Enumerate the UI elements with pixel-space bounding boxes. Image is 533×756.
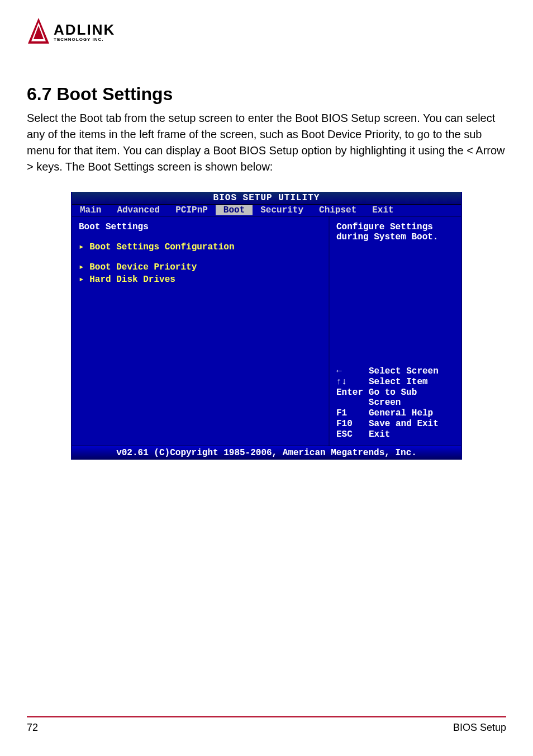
key-help: ←Select Screen ↑↓Select Item EnterGo to …: [336, 366, 454, 440]
key-f10: F10: [336, 419, 369, 429]
bios-left-panel: Boot Settings Boot Settings Configuratio…: [72, 216, 330, 446]
submenu-boot-device-priority[interactable]: Boot Device Priority: [79, 261, 322, 272]
tab-advanced[interactable]: Advanced: [109, 205, 168, 215]
tab-exit[interactable]: Exit: [364, 205, 401, 215]
key-left-arrow: ←: [336, 366, 369, 376]
submenu-hard-disk-drives[interactable]: Hard Disk Drives: [79, 273, 322, 285]
logo-subtitle: TECHNOLOGY INC.: [54, 37, 115, 42]
bios-footer: v02.61 (C)Copyright 1985-2006, American …: [72, 446, 461, 460]
page-number: 72: [27, 722, 38, 734]
help-text: Configure Settings during System Boot.: [336, 222, 454, 242]
tab-main[interactable]: Main: [72, 205, 109, 215]
logo-name: ADLINK: [54, 21, 115, 39]
bios-screenshot: BIOS SETUP UTILITY Main Advanced PCIPnP …: [71, 192, 462, 460]
section-paragraph: Select the Boot tab from the setup scree…: [27, 110, 506, 175]
tab-boot[interactable]: Boot: [216, 205, 253, 215]
key-enter: Enter: [336, 388, 369, 408]
bios-title: BIOS SETUP UTILITY: [72, 192, 461, 205]
key-up-down: ↑↓: [336, 377, 369, 387]
bios-tab-bar: Main Advanced PCIPnP Boot Security Chips…: [72, 205, 461, 216]
section-heading: 6.7 Boot Settings: [27, 84, 506, 105]
footer-section: BIOS Setup: [453, 722, 506, 734]
left-panel-title: Boot Settings: [79, 222, 322, 232]
submenu-boot-settings-config[interactable]: Boot Settings Configuration: [79, 241, 322, 252]
bios-help-panel: Configure Settings during System Boot. ←…: [330, 216, 461, 446]
brand-logo: ADLINK TECHNOLOGY INC.: [27, 17, 115, 46]
key-f1: F1: [336, 408, 369, 418]
tab-security[interactable]: Security: [253, 205, 311, 215]
key-esc: ESC: [336, 429, 369, 440]
tab-pcipnp[interactable]: PCIPnP: [168, 205, 216, 215]
tab-chipset[interactable]: Chipset: [311, 205, 364, 215]
page-footer: 72 BIOS Setup: [27, 716, 506, 734]
logo-mark: [27, 17, 50, 46]
